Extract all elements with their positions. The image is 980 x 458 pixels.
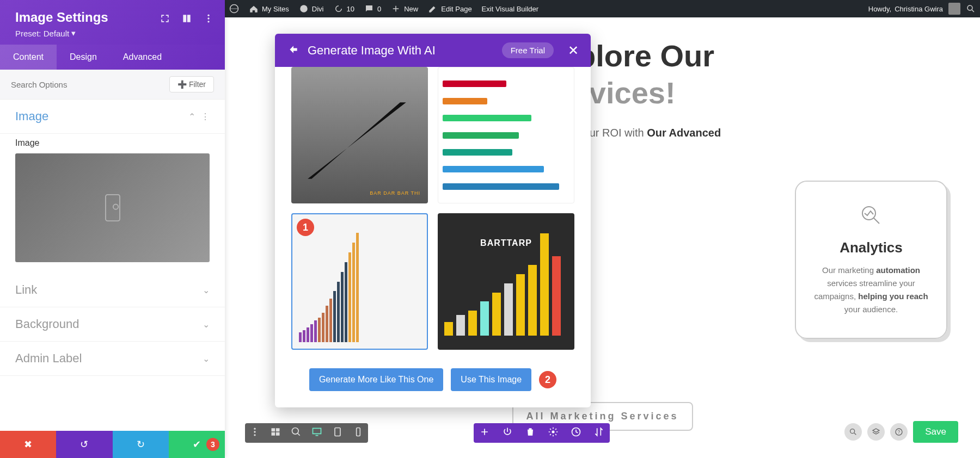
expand-icon[interactable] [160,13,170,26]
svg-point-17 [850,429,855,434]
kebab-icon[interactable]: ⋮ [201,112,210,122]
generate-more-button[interactable]: Generate More Like This One [309,368,443,391]
plus-icon[interactable] [479,426,490,440]
edit-page-link[interactable]: Edit Page [428,4,471,14]
use-image-button[interactable]: Use This Image [451,368,531,391]
svg-point-1 [300,5,308,13]
undo-button[interactable]: ↺ [56,431,112,458]
tablet-icon[interactable] [332,426,343,440]
svg-text:?: ? [898,429,901,435]
history-icon[interactable] [571,426,581,440]
trash-icon[interactable] [525,426,536,440]
kebab-icon[interactable] [249,426,260,440]
divi-label: Divi [312,5,324,13]
phone-icon[interactable] [353,426,364,440]
svg-rect-13 [335,428,340,436]
search-row: ➕ Filter [0,70,225,100]
hero-tagline: Your ROI with Our Advanced [577,127,958,139]
sort-icon[interactable] [593,426,604,440]
wireframe-icon[interactable] [270,426,281,440]
svg-point-5 [207,21,209,22]
save-toolbar: ? Save [844,421,958,443]
apply-badge: 3 [206,438,219,451]
image-label: Image [0,134,225,153]
svg-point-15 [552,431,555,434]
exit-vb-label: Exit Visual Builder [482,5,539,13]
ai-image-option-4[interactable]: BARTTARP [438,213,574,350]
chevron-down-icon: ⌄ [203,354,210,364]
free-trial-button[interactable]: Free Trial [502,42,554,58]
view-toolbar [245,423,368,443]
ai-image-option-1[interactable]: BAR DAR BAR THI [291,67,428,203]
step-badge-2: 2 [539,371,556,388]
search-icon[interactable] [966,4,976,14]
svg-point-11 [254,434,255,436]
section-admin-label[interactable]: Admin Label ⌄ [0,342,225,376]
new-label: New [404,5,418,13]
filter-button[interactable]: ➕ Filter [169,76,214,92]
apply-button[interactable]: ✔3 [169,431,225,458]
edit-page-label: Edit Page [441,5,471,13]
my-sites-link[interactable]: My Sites [249,4,289,14]
phone-icon [102,194,124,222]
analytics-icon [811,203,931,230]
layers-icon[interactable] [867,423,885,441]
divi-link[interactable]: Divi [299,4,324,14]
tab-advanced[interactable]: Advanced [110,45,175,70]
exit-vb-link[interactable]: Exit Visual Builder [482,5,539,13]
my-sites-label: My Sites [262,5,289,13]
tab-design[interactable]: Design [57,45,110,70]
wp-admin-bar: My Sites Divi 10 0 New Edit Page Exit Vi… [225,0,980,17]
section-link[interactable]: Link ⌄ [0,273,225,307]
ai-modal-header: Generate Image With AI Free Trial ✕ [275,34,591,67]
updates-link[interactable]: 10 [334,4,354,14]
zoom-icon[interactable] [291,426,302,440]
tab-content[interactable]: Content [0,45,57,70]
svg-rect-14 [357,428,360,436]
wp-logo-icon[interactable] [229,4,239,14]
svg-point-7 [113,205,118,209]
updates-count: 10 [347,5,354,13]
ai-image-option-3[interactable]: 1 [291,213,428,350]
chevron-down-icon: ⌄ [203,319,210,330]
module-toolbar [474,423,610,443]
selection-badge: 1 [297,219,314,236]
panel-footer: ✖ ↺ ↻ ✔3 [0,431,225,458]
analytics-card: Analytics Our marketing automation servi… [795,181,947,339]
desktop-icon[interactable] [311,426,322,440]
gear-icon[interactable] [548,426,559,440]
card-body: Our marketing automation services stream… [811,264,931,316]
help-icon[interactable]: ? [890,423,908,441]
image-preview[interactable] [15,153,210,262]
howdy-user[interactable]: Howdy, Christina Gwira [868,5,943,13]
chevron-up-icon: ⌃ [188,112,195,122]
svg-point-10 [254,431,255,432]
kebab-icon[interactable] [203,13,214,26]
hero-heading-b: rvices! [577,75,958,110]
save-button[interactable]: Save [913,421,958,443]
ai-image-option-2[interactable] [438,67,574,203]
power-icon[interactable] [502,426,513,440]
section-image[interactable]: Image ⌃ ⋮ [0,100,225,134]
ai-image-grid: BAR DAR BAR THI 1 BARTTARP [275,67,591,355]
preset-selector[interactable]: Preset: Default ▾ [15,28,210,38]
svg-point-4 [207,17,209,19]
search-icon[interactable] [844,423,862,441]
comments-link[interactable]: 0 [364,4,381,14]
svg-point-12 [292,428,299,435]
columns-icon[interactable] [181,13,192,26]
comments-count: 0 [377,5,381,13]
svg-point-9 [254,428,255,430]
redo-button[interactable]: ↻ [113,431,169,458]
card-title: Analytics [811,239,931,256]
back-icon[interactable] [287,44,300,57]
cancel-button[interactable]: ✖ [0,431,56,458]
search-input[interactable] [11,80,169,89]
section-background[interactable]: Background ⌄ [0,307,225,342]
panel-tabs: Content Design Advanced [0,45,225,70]
avatar[interactable] [948,3,960,15]
new-link[interactable]: New [391,4,418,14]
ai-modal-actions: Generate More Like This One Use This Ima… [275,355,591,407]
close-icon[interactable]: ✕ [568,43,579,58]
ai-image-modal: Generate Image With AI Free Trial ✕ BAR … [275,34,591,407]
